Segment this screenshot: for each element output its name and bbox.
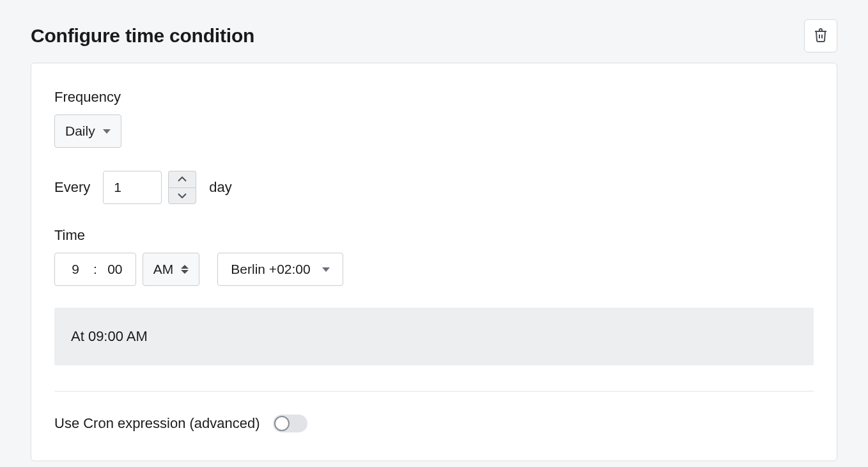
ampm-value: AM [153, 262, 174, 277]
frequency-value: Daily [65, 123, 95, 139]
divider [54, 391, 814, 392]
time-hour-input[interactable] [66, 262, 84, 277]
cron-toggle[interactable] [273, 415, 307, 432]
chevron-down-icon [178, 193, 187, 198]
time-label: Time [54, 227, 814, 244]
timezone-select[interactable]: Berlin +02:00 [217, 253, 343, 286]
config-panel: Frequency Daily Every day [31, 63, 837, 461]
schedule-summary-text: At 09:00 AM [71, 328, 148, 344]
interval-stepper [168, 171, 196, 204]
ampm-select[interactable]: AM [143, 253, 200, 286]
interval-unit: day [209, 179, 231, 196]
interval-input[interactable] [103, 171, 162, 204]
sort-arrows-icon [181, 265, 189, 274]
delete-button[interactable] [804, 19, 837, 52]
frequency-label: Frequency [54, 89, 814, 106]
chevron-down-icon [103, 129, 111, 134]
interval-increase-button[interactable] [168, 171, 196, 187]
schedule-summary: At 09:00 AM [54, 308, 814, 365]
page-title: Configure time condition [31, 25, 254, 47]
interval-prefix: Every [54, 179, 90, 196]
toggle-knob [274, 416, 290, 431]
timezone-value: Berlin +02:00 [231, 262, 310, 277]
frequency-select[interactable]: Daily [54, 115, 121, 148]
time-colon: : [93, 262, 97, 277]
interval-decrease-button[interactable] [168, 187, 196, 205]
time-minute-input[interactable] [106, 262, 124, 277]
time-input-group: : [54, 253, 136, 286]
chevron-down-icon [322, 267, 330, 272]
cron-toggle-label: Use Cron expression (advanced) [54, 415, 260, 432]
chevron-up-icon [178, 177, 187, 182]
trash-icon [813, 28, 828, 45]
